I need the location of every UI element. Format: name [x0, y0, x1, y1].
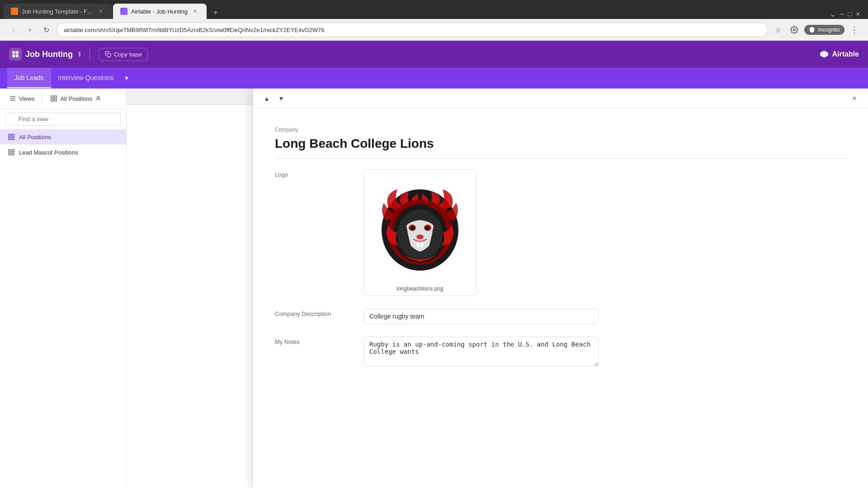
- browser-nav-bar: ‹ › ↻ airtable.com/shrs5XqwTMB9RMTrn/tbl…: [0, 19, 868, 41]
- all-positions-toolbar-button[interactable]: All Positions: [46, 92, 106, 105]
- restore-button[interactable]: □: [848, 10, 852, 18]
- svg-rect-16: [9, 137, 11, 140]
- modal-prev-button[interactable]: ▲: [260, 92, 273, 105]
- extension-button[interactable]: [788, 23, 801, 36]
- tabs-bar: Job Leads Interview Questions ▾: [0, 68, 868, 89]
- svg-rect-14: [9, 134, 11, 136]
- svg-rect-17: [12, 137, 14, 140]
- app-logo: Job Hunting ℹ: [9, 48, 80, 61]
- tab-close-2[interactable]: ✕: [191, 7, 199, 15]
- record-title[interactable]: Long Beach College Lions: [275, 136, 846, 159]
- logo-label: Logo: [275, 169, 356, 178]
- browser-chrome: Job Hunting Template - Free to ... ✕ Air…: [0, 0, 868, 41]
- svg-rect-20: [9, 153, 11, 155]
- tab-title-2: Airtable - Job Hunting: [131, 8, 188, 15]
- company-field-label: Company: [275, 127, 846, 133]
- svg-point-31: [410, 226, 415, 230]
- logo-field-row: Logo: [275, 169, 846, 296]
- reload-button[interactable]: ↻: [40, 23, 52, 36]
- forward-button[interactable]: ›: [24, 23, 36, 36]
- browser-tab-1[interactable]: Job Hunting Template - Free to ... ✕: [4, 4, 112, 19]
- tab-close-1[interactable]: ✕: [97, 7, 105, 15]
- company-description-field: Company Description: [275, 309, 846, 324]
- search-wrapper: 🔍: [5, 113, 121, 126]
- app-logo-icon: [9, 48, 22, 61]
- my-notes-textarea[interactable]: [363, 337, 599, 366]
- find-view-input[interactable]: [5, 113, 121, 126]
- company-description-field-row: Company Description: [275, 309, 846, 324]
- logo-container[interactable]: longbeachlions.png: [363, 169, 476, 296]
- svg-rect-10: [55, 96, 57, 98]
- tab-favicon-1: [11, 8, 18, 15]
- sidebar-toolbar: Views All Positions: [0, 89, 126, 109]
- modal-content: Company Long Beach College Lions Logo: [253, 108, 868, 488]
- new-tab-button[interactable]: +: [209, 6, 222, 19]
- svg-rect-12: [55, 99, 57, 101]
- svg-rect-35: [420, 243, 423, 247]
- svg-rect-34: [417, 243, 420, 247]
- tabs-dropdown-button[interactable]: ▾: [121, 68, 132, 88]
- svg-point-13: [97, 96, 99, 99]
- bookmark-button[interactable]: ☆: [772, 23, 784, 36]
- views-button[interactable]: Views: [5, 92, 38, 105]
- svg-point-0: [793, 29, 796, 31]
- modal-next-button[interactable]: ▼: [275, 92, 288, 105]
- svg-rect-21: [12, 153, 14, 155]
- svg-rect-19: [12, 150, 14, 152]
- svg-rect-3: [12, 55, 15, 57]
- copy-base-button[interactable]: Copy base: [99, 48, 148, 61]
- table-area: ▼ Size Extra large ( Medium (10: [127, 89, 868, 488]
- modal-navigation: ▲ ▼: [260, 92, 288, 105]
- svg-rect-15: [12, 134, 14, 136]
- minimize-button[interactable]: ─: [840, 10, 844, 18]
- tab-title-1: Job Hunting Template - Free to ...: [22, 8, 93, 15]
- sidebar-item-lead-mascot-positions[interactable]: Lead Mascot Positions: [0, 145, 126, 160]
- tab-job-leads[interactable]: Job Leads: [7, 68, 51, 88]
- svg-rect-9: [51, 96, 53, 98]
- logo-image: [368, 174, 472, 282]
- company-description-label: Company Description: [275, 309, 356, 317]
- svg-rect-5: [107, 53, 111, 57]
- address-bar[interactable]: airtable.com/shrs5XqwTMB9RMTrn/tblBYUzD5…: [56, 23, 768, 37]
- incognito-button[interactable]: Incognito: [804, 25, 844, 35]
- my-notes-value: [363, 337, 846, 368]
- my-notes-label: My Notes: [275, 337, 356, 345]
- back-button[interactable]: ‹: [7, 23, 20, 36]
- app: Job Hunting ℹ Copy base Airtable Job Lea…: [0, 41, 868, 488]
- airtable-logo: Airtable: [819, 49, 859, 59]
- record-modal: ▲ ▼ × Company Long Beach College Lions L…: [253, 89, 868, 488]
- grid-icon-2: [7, 148, 15, 156]
- toolbar-divider: [42, 93, 42, 104]
- info-icon[interactable]: ℹ: [78, 51, 80, 58]
- header-divider: [90, 47, 90, 61]
- modal-toolbar: ▲ ▼ ×: [253, 89, 868, 108]
- logo-field: Logo: [275, 169, 846, 296]
- tab-favicon-2: [120, 8, 127, 15]
- logo-filename: longbeachlions.png: [368, 286, 472, 292]
- main-content: Views All Positions 🔍 All P: [0, 89, 868, 488]
- svg-point-32: [425, 226, 429, 230]
- browser-tabs-bar: Job Hunting Template - Free to ... ✕ Air…: [0, 0, 868, 19]
- tab-interview-questions[interactable]: Interview Questions: [51, 68, 121, 88]
- grid-icon: [7, 133, 15, 141]
- svg-rect-4: [16, 55, 19, 57]
- modal-close-button[interactable]: ×: [848, 92, 861, 105]
- svg-rect-2: [16, 51, 19, 54]
- tab-list-button[interactable]: ⌄: [830, 9, 836, 19]
- browser-tab-2[interactable]: Airtable - Job Hunting ✕: [113, 4, 207, 19]
- company-description-input[interactable]: [363, 309, 599, 324]
- my-notes-field: My Notes: [275, 337, 846, 368]
- sidebar: Views All Positions 🔍 All P: [0, 89, 127, 488]
- svg-rect-11: [51, 99, 53, 101]
- sidebar-item-all-positions[interactable]: All Positions: [0, 129, 126, 145]
- company-description-value: [363, 309, 846, 324]
- menu-button[interactable]: ⋮: [848, 23, 861, 36]
- svg-rect-1: [12, 51, 15, 54]
- sidebar-search-container: 🔍: [0, 109, 126, 129]
- svg-rect-18: [9, 150, 11, 152]
- person-icon: [95, 95, 101, 102]
- my-notes-field-row: My Notes: [275, 337, 846, 368]
- logo-value: longbeachlions.png: [363, 169, 846, 296]
- window-close-button[interactable]: ✕: [855, 10, 861, 18]
- app-header: Job Hunting ℹ Copy base Airtable: [0, 41, 868, 68]
